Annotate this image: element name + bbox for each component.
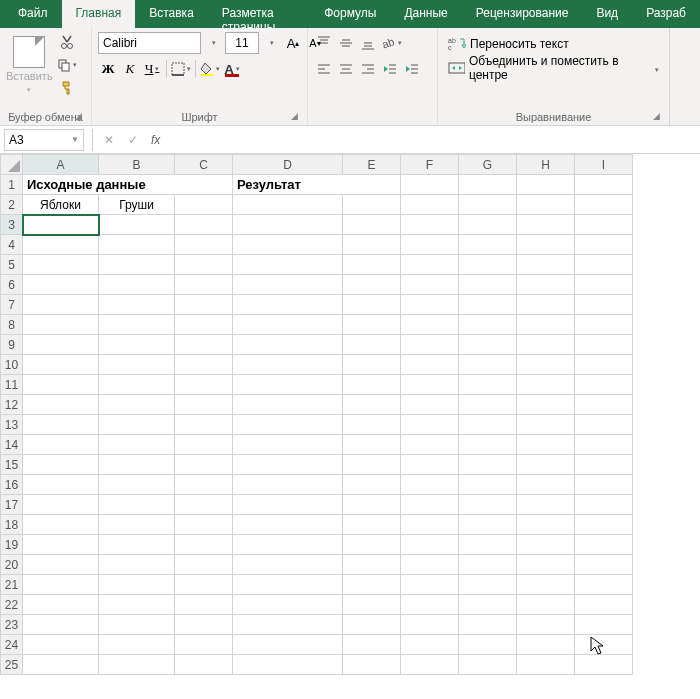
cell-G24[interactable] <box>459 635 517 655</box>
cell-E13[interactable] <box>343 415 401 435</box>
cell-H9[interactable] <box>517 335 575 355</box>
cell-D10[interactable] <box>233 355 343 375</box>
cell-A9[interactable] <box>23 335 99 355</box>
cell-B20[interactable] <box>99 555 175 575</box>
cell-I19[interactable] <box>575 535 633 555</box>
cell-B4[interactable] <box>99 235 175 255</box>
cell-E23[interactable] <box>343 615 401 635</box>
cell-I5[interactable] <box>575 255 633 275</box>
column-header-E[interactable]: E <box>343 155 401 175</box>
cell-C12[interactable] <box>175 395 233 415</box>
row-header-11[interactable]: 11 <box>1 375 23 395</box>
cell-I25[interactable] <box>575 655 633 675</box>
cell-E3[interactable] <box>343 215 401 235</box>
cell-D18[interactable] <box>233 515 343 535</box>
cell-I24[interactable] <box>575 635 633 655</box>
row-header-6[interactable]: 6 <box>1 275 23 295</box>
cell-F7[interactable] <box>401 295 459 315</box>
cell-I15[interactable] <box>575 455 633 475</box>
cell-B18[interactable] <box>99 515 175 535</box>
cell-H25[interactable] <box>517 655 575 675</box>
formula-input[interactable] <box>166 129 700 151</box>
cell-A14[interactable] <box>23 435 99 455</box>
cell-F5[interactable] <box>401 255 459 275</box>
cell-D12[interactable] <box>233 395 343 415</box>
cell-C3[interactable] <box>175 215 233 235</box>
column-header-F[interactable]: F <box>401 155 459 175</box>
cell-C19[interactable] <box>175 535 233 555</box>
row-header-25[interactable]: 25 <box>1 655 23 675</box>
cell-C15[interactable] <box>175 455 233 475</box>
cell-D4[interactable] <box>233 235 343 255</box>
cell-B12[interactable] <box>99 395 175 415</box>
cell-D2[interactable] <box>233 195 343 215</box>
cell-A25[interactable] <box>23 655 99 675</box>
tab-pagelayout[interactable]: Разметка страницы <box>208 0 310 28</box>
cell-C24[interactable] <box>175 635 233 655</box>
cell-G7[interactable] <box>459 295 517 315</box>
cell-F21[interactable] <box>401 575 459 595</box>
cell-A20[interactable] <box>23 555 99 575</box>
row-header-22[interactable]: 22 <box>1 595 23 615</box>
merge-center-button[interactable]: Объединить и поместить в центре <box>444 56 663 80</box>
cell-B24[interactable] <box>99 635 175 655</box>
column-header-G[interactable]: G <box>459 155 517 175</box>
cell-B5[interactable] <box>99 255 175 275</box>
cell-F16[interactable] <box>401 475 459 495</box>
cancel-formula-icon[interactable]: ✕ <box>97 133 121 147</box>
font-size-input[interactable] <box>225 32 259 54</box>
cell-I8[interactable] <box>575 315 633 335</box>
increase-indent-button[interactable] <box>402 58 422 80</box>
cell-F8[interactable] <box>401 315 459 335</box>
cell-D1[interactable]: Результат <box>233 175 401 195</box>
cell-H21[interactable] <box>517 575 575 595</box>
cell-F11[interactable] <box>401 375 459 395</box>
cell-E20[interactable] <box>343 555 401 575</box>
cell-I23[interactable] <box>575 615 633 635</box>
cell-F22[interactable] <box>401 595 459 615</box>
cell-B14[interactable] <box>99 435 175 455</box>
cell-G17[interactable] <box>459 495 517 515</box>
cell-C4[interactable] <box>175 235 233 255</box>
cell-H8[interactable] <box>517 315 575 335</box>
cell-C20[interactable] <box>175 555 233 575</box>
cell-I22[interactable] <box>575 595 633 615</box>
cell-I4[interactable] <box>575 235 633 255</box>
cell-E6[interactable] <box>343 275 401 295</box>
cell-B7[interactable] <box>99 295 175 315</box>
tab-insert[interactable]: Вставка <box>135 0 208 28</box>
name-box[interactable]: A3 ▼ <box>4 129 84 151</box>
cell-C7[interactable] <box>175 295 233 315</box>
cell-D6[interactable] <box>233 275 343 295</box>
increase-font-button[interactable]: A▴ <box>283 32 303 54</box>
cell-B13[interactable] <box>99 415 175 435</box>
cell-D16[interactable] <box>233 475 343 495</box>
cell-I2[interactable] <box>575 195 633 215</box>
cell-G11[interactable] <box>459 375 517 395</box>
cell-I11[interactable] <box>575 375 633 395</box>
cell-B8[interactable] <box>99 315 175 335</box>
cell-G8[interactable] <box>459 315 517 335</box>
align-right-button[interactable] <box>358 58 378 80</box>
cell-E24[interactable] <box>343 635 401 655</box>
cell-I9[interactable] <box>575 335 633 355</box>
cell-B19[interactable] <box>99 535 175 555</box>
wrap-text-button[interactable]: abc Переносить текст <box>444 32 663 56</box>
cell-A17[interactable] <box>23 495 99 515</box>
paste-icon[interactable] <box>13 36 45 68</box>
cell-G18[interactable] <box>459 515 517 535</box>
underline-button[interactable]: Ч <box>142 58 162 80</box>
cell-E5[interactable] <box>343 255 401 275</box>
cell-C21[interactable] <box>175 575 233 595</box>
cell-B2[interactable]: Груши <box>99 195 175 215</box>
cell-A5[interactable] <box>23 255 99 275</box>
row-header-20[interactable]: 20 <box>1 555 23 575</box>
cell-H4[interactable] <box>517 235 575 255</box>
cell-G12[interactable] <box>459 395 517 415</box>
cell-D7[interactable] <box>233 295 343 315</box>
cell-B6[interactable] <box>99 275 175 295</box>
column-header-C[interactable]: C <box>175 155 233 175</box>
align-center-button[interactable] <box>336 58 356 80</box>
cell-G23[interactable] <box>459 615 517 635</box>
cell-F20[interactable] <box>401 555 459 575</box>
